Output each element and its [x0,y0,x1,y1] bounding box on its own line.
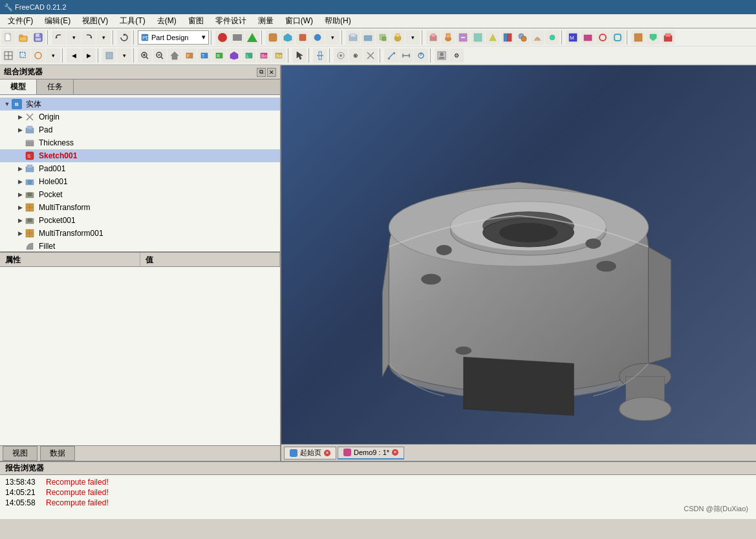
tb-btn-6[interactable] [281,30,295,45]
undo-button[interactable] [52,30,66,45]
tree-item-body[interactable]: ▼ B 实体 [0,98,280,111]
zoom-box-button[interactable] [16,48,30,63]
tb-btn-9[interactable]: ▾ [325,30,340,45]
tree-item-hole001[interactable]: ▶ Hole001 [0,175,280,188]
part-btn-2[interactable] [361,30,375,45]
tab-task[interactable]: 任务 [37,79,74,94]
tree-item-origin[interactable]: ▶ Origin [0,111,280,123]
part-btn-6[interactable] [426,30,440,45]
refresh-button[interactable] [117,30,131,45]
menu-help[interactable]: 帮助(H) [319,14,356,28]
tb-gray-rect[interactable] [230,30,244,45]
menu-file[interactable]: 文件(F) [3,14,38,28]
view-top[interactable]: T [197,48,211,63]
measure-btn1[interactable] [384,48,398,63]
tb-btn-5[interactable] [266,30,280,45]
tree-item-multitransform001[interactable]: ▶ MultiTransform001 [0,227,280,240]
nav-back[interactable]: ◀ [67,48,81,63]
part-btn-20[interactable] [646,30,660,45]
menu-window-view[interactable]: 窗图 [183,14,209,28]
part-btn-16[interactable] [581,30,595,45]
part-btn-13[interactable] [530,30,545,45]
menu-tools[interactable]: 工具(T) [114,14,150,28]
clip-plane[interactable] [313,48,327,63]
tab-model[interactable]: 模型 [0,79,37,94]
zoom-in-button[interactable] [138,48,152,63]
view-config[interactable] [31,48,45,63]
part-btn-3[interactable] [376,30,390,45]
tree-item-pad001[interactable]: ▶ Pad001 [0,162,280,175]
part-btn-21[interactable] [661,30,675,45]
part-btn-1[interactable] [346,30,360,45]
menu-edit[interactable]: 编辑(E) [39,14,76,28]
vtab-demo9[interactable]: Demo9 : 1* ✕ [338,447,404,460]
zoom-fit-button[interactable] [1,48,16,63]
vtab-home-close[interactable]: ✕ [324,450,330,456]
part-btn-17[interactable] [596,30,610,45]
tree-item-thickness[interactable]: ▶ Thickness [0,136,280,149]
nav-forward[interactable]: ▶ [81,48,96,63]
view-back[interactable]: Ba [272,48,286,63]
view-config-dropdown[interactable]: ▾ [46,48,60,63]
view-iso[interactable] [227,48,241,63]
part-btn-9[interactable] [471,30,485,45]
settings-btn[interactable]: ⚙ [449,48,464,63]
view-dropdown3[interactable]: ▾ [117,48,131,63]
tree-item-multitransform[interactable]: ▶ MultiTransform [0,201,280,214]
tree-item-pocket001[interactable]: ▶ Pocket001 [0,214,280,227]
tb-play[interactable] [245,30,259,45]
measure-btn3[interactable] [414,48,428,63]
view-front[interactable]: F [182,48,197,63]
part-btn-12[interactable] [515,30,530,45]
redo-dropdown[interactable]: ▾ [96,30,111,45]
tree-item-pocket[interactable]: ▶ Pocket [0,188,280,201]
tree-item-pad[interactable]: ▶ Pad [0,123,280,136]
new-button[interactable] [1,30,16,45]
viewport-3d[interactable]: 起始页 ✕ Demo9 : 1* ✕ [281,65,756,461]
report-line-1: 13:58:43 Recompute failed! [5,478,751,487]
tb-btn-8[interactable] [310,30,325,45]
view-dropdown2[interactable] [102,48,116,63]
vtab-demo9-close[interactable]: ✕ [392,449,398,456]
open-button[interactable] [16,30,30,45]
part-btn-15[interactable]: M [566,30,580,45]
measure-btn2[interactable] [399,48,413,63]
menu-window[interactable]: 窗口(W) [280,14,318,28]
tab-view[interactable]: 视图 [3,446,38,461]
panel-close-button[interactable]: ✕ [267,68,276,77]
menu-view[interactable]: 视图(V) [77,14,113,28]
snap-btn[interactable] [334,48,348,63]
tree-item-fillet[interactable]: ▶ Fillet [0,240,280,251]
part-btn-18[interactable] [610,30,625,45]
part-btn-19[interactable] [631,30,645,45]
view-bottom[interactable]: Bo [257,48,271,63]
part-btn-4[interactable] [391,30,405,45]
menu-go[interactable]: 去(M) [152,14,182,28]
part-btn-5[interactable]: ▾ [405,30,420,45]
redo-button[interactable] [81,30,96,45]
vtab-home[interactable]: 起始页 ✕ [284,447,336,460]
part-btn-14[interactable] [545,30,559,45]
tb-red-circle[interactable] [215,30,230,45]
part-btn-7[interactable] [441,30,455,45]
snap-btn3[interactable] [363,48,378,63]
snap-btn2[interactable]: ⊕ [349,48,363,63]
render-btn[interactable] [435,48,449,63]
save-button[interactable] [31,30,45,45]
part-btn-11[interactable] [501,30,515,45]
menu-measure[interactable]: 测量 [253,14,279,28]
zoom-out-button[interactable] [153,48,167,63]
menu-part-design[interactable]: 零件设计 [210,14,252,28]
view-home[interactable] [167,48,182,63]
undo-dropdown[interactable]: ▾ [67,30,81,45]
part-btn-8[interactable] [456,30,470,45]
tb-btn-7[interactable] [296,30,310,45]
view-left[interactable]: L [242,48,256,63]
tree-item-sketch001[interactable]: ▶ S Sketch001 [0,149,280,162]
tab-data[interactable]: 数据 [40,446,75,461]
view-right[interactable]: R [212,48,226,63]
select-mode[interactable] [292,48,307,63]
workbench-dropdown[interactable]: PD Part Design ▾ [138,30,209,45]
panel-float-button[interactable]: ⧉ [257,68,266,77]
part-btn-10[interactable] [486,30,500,45]
